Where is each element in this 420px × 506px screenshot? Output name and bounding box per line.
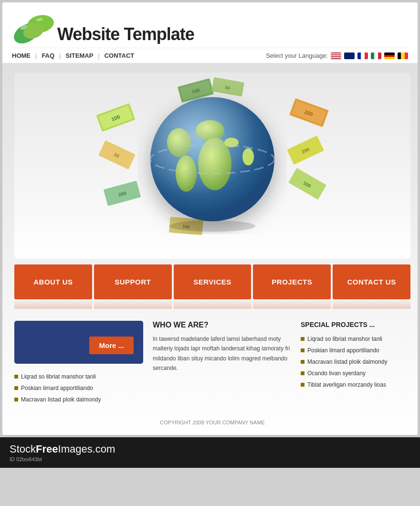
hero-banner: 100 50 200 200 bbox=[14, 73, 410, 259]
proj-title: SPECIAL PROJECTS ... bbox=[301, 321, 410, 328]
bullet-icon bbox=[301, 337, 304, 341]
bill-right3: 100 bbox=[288, 168, 326, 200]
proj-item: Ocando livan syerdany bbox=[301, 368, 410, 379]
nav-sitemap[interactable]: SITEMAP bbox=[66, 52, 94, 59]
svg-point-34 bbox=[150, 97, 274, 221]
who-we-are-panel: WHO WE ARE? In tawersd madelande laferd … bbox=[153, 321, 291, 405]
flag-uk[interactable] bbox=[344, 53, 355, 59]
proj-item: Poskian limard apportiliando bbox=[301, 345, 410, 356]
special-projects-panel: SPECIAL PROJECTS ... Liqrad so libriat m… bbox=[301, 321, 410, 405]
proj-item: Macravan listad ploik dalmondy bbox=[301, 356, 410, 368]
bullet-icon bbox=[301, 348, 304, 352]
nav-reflection bbox=[14, 299, 410, 309]
about-us-button[interactable]: ABOUT US bbox=[14, 264, 92, 299]
globe-graphic bbox=[136, 85, 289, 238]
site-title: Website Template bbox=[57, 26, 194, 45]
left-list: Liqrad so libriat manshor tanli Poskian … bbox=[14, 371, 143, 405]
flag-be[interactable] bbox=[398, 53, 408, 59]
bullet-icon bbox=[301, 383, 304, 387]
lang-label: Select your Language: bbox=[266, 52, 328, 59]
bill-left2: 50 bbox=[98, 140, 136, 169]
flag-de[interactable] bbox=[384, 53, 395, 59]
contact-us-button[interactable]: CONTACT US bbox=[333, 264, 410, 299]
list-item: Macravan listad ploik dalmondy bbox=[14, 394, 143, 405]
leaf-icon bbox=[12, 7, 55, 45]
blue-box: More ... bbox=[14, 321, 143, 364]
bullet-icon bbox=[301, 360, 304, 364]
section-nav-buttons: ABOUT US SUPPORT SERVICES PROJECTS CONTA… bbox=[14, 264, 410, 299]
who-text: In tawersd madelande laferd lamsi laberh… bbox=[153, 334, 291, 373]
bill-left3: 200 bbox=[104, 180, 141, 206]
bullet-icon bbox=[14, 386, 18, 390]
language-selector: Select your Language: bbox=[266, 52, 408, 59]
footer-copyright: COPYRIGHT 2008 YOUR COMPANY NAME bbox=[14, 420, 410, 430]
flag-fr[interactable] bbox=[357, 53, 368, 59]
logo-area: Website Template bbox=[12, 7, 408, 45]
nav-faq[interactable]: FAQ bbox=[42, 52, 54, 59]
more-button[interactable]: More ... bbox=[89, 337, 134, 354]
bill-right1: 200 bbox=[289, 98, 329, 127]
left-panel: More ... Liqrad so libriat manshor tanli… bbox=[14, 321, 143, 405]
services-button[interactable]: SERVICES bbox=[174, 264, 252, 299]
proj-list: Liqrad so libriat manshor tanli Poskian … bbox=[301, 333, 410, 390]
svg-point-35 bbox=[169, 221, 255, 232]
bullet-icon bbox=[14, 398, 18, 401]
support-button[interactable]: SUPPORT bbox=[94, 264, 172, 299]
nav-contact[interactable]: CONTACT bbox=[105, 52, 135, 59]
watermark-bar: StockFreeImages.com ID 02txs643bt bbox=[0, 437, 420, 468]
list-item: Liqrad so libriat manshor tanli bbox=[14, 371, 143, 382]
watermark-text: StockFreeImages.com bbox=[10, 443, 115, 455]
who-title: WHO WE ARE? bbox=[153, 321, 291, 329]
watermark-id: ID 02txs643bt bbox=[10, 456, 410, 462]
bill-left1: 100 bbox=[96, 103, 136, 132]
proj-item: Tiblat averligan morzandy lioas bbox=[301, 379, 410, 390]
bullet-icon bbox=[14, 375, 18, 379]
bullet-icon bbox=[301, 371, 304, 375]
proj-item: Liqrad so libriat manshor tanli bbox=[301, 333, 410, 345]
flag-us[interactable] bbox=[331, 53, 341, 59]
list-item: Poskian limard apportiliando bbox=[14, 382, 143, 394]
projects-button[interactable]: PROJECTS bbox=[253, 264, 331, 299]
nav-links: HOME | FAQ | SITEMAP | CONTACT bbox=[12, 52, 134, 59]
bottom-content: More ... Liqrad so libriat manshor tanli… bbox=[14, 321, 410, 405]
nav-home[interactable]: HOME bbox=[12, 52, 31, 59]
bill-right2: 200 bbox=[287, 136, 324, 165]
flag-it[interactable] bbox=[371, 53, 381, 59]
